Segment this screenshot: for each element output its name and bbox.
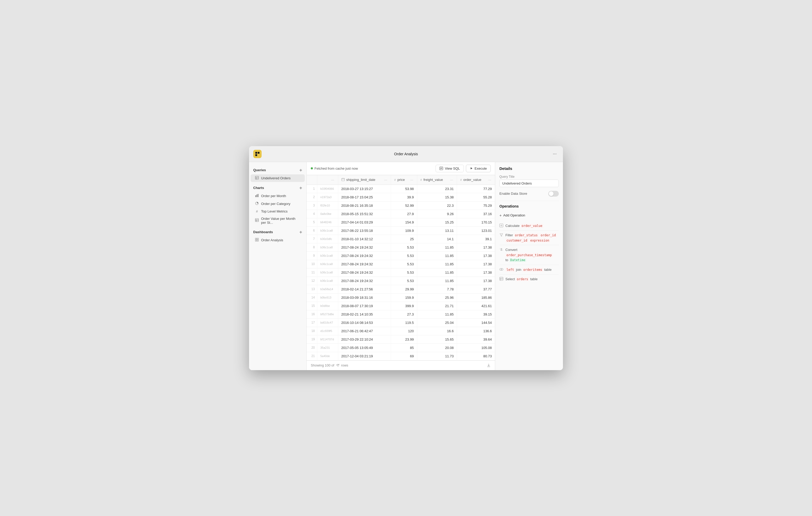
cell-dots: b3a58a14	[317, 285, 338, 293]
dashboards-label: Dashboards	[253, 230, 273, 234]
col-menu-shipping[interactable]: ···	[383, 178, 388, 182]
cell-dots: b36c1ca8	[317, 268, 338, 277]
sidebar-item-order-per-month[interactable]: Order per Month	[251, 192, 305, 200]
cell-price: 154.9	[391, 218, 417, 226]
cell-shipping-date: 2017-12-04 03:21:19	[338, 352, 391, 360]
cell-shipping-date: 2018-01-10 14:32:12	[338, 235, 391, 243]
cell-dots: b30c0dfc	[317, 235, 338, 243]
th-order-label: order_value	[463, 178, 481, 182]
select-icon	[499, 277, 503, 281]
add-dashboard-button[interactable]: +	[299, 230, 302, 235]
sidebar-item-top-level-metrics[interactable]: # Top Level Metrics	[251, 208, 305, 215]
cell-dots: b0bc613	[317, 293, 338, 302]
cell-row-num: 10	[307, 260, 317, 268]
enable-data-store-toggle[interactable]	[548, 191, 559, 196]
view-sql-label: View SQL	[445, 166, 460, 171]
sidebar-item-order-value-per-month[interactable]: Order Value per Month per St...	[251, 215, 305, 226]
svg-rect-18	[255, 240, 257, 241]
table-row: 10 b36c1ca8 2017-08-24 19:24:32 5.53 11.…	[307, 260, 495, 268]
cell-price: 119.5	[391, 318, 417, 327]
svg-rect-17	[257, 238, 258, 239]
col-menu-order[interactable]: ···	[488, 178, 492, 182]
th-dots[interactable]: ···	[317, 175, 338, 185]
cell-row-num: 1	[307, 185, 317, 193]
th-price[interactable]: # price ···	[391, 175, 417, 185]
cell-order-value: 144.54	[457, 318, 495, 327]
join-icon	[499, 267, 503, 272]
th-shipping-limit-date[interactable]: shipping_limit_date ···	[338, 175, 391, 185]
download-icon[interactable]	[487, 363, 491, 367]
cell-shipping-date: 2017-08-24 19:24:32	[338, 251, 391, 260]
col-menu-dots[interactable]: ···	[331, 178, 335, 182]
cell-dots: b0d8be	[317, 302, 338, 310]
queries-label: Queries	[253, 168, 266, 172]
cell-price: 29.99	[391, 285, 417, 293]
cell-order-value: 37.16	[457, 210, 495, 218]
sidebar-item-label: Undelivered Orders	[261, 176, 291, 180]
cell-price: 159.9	[391, 293, 417, 302]
data-table-container[interactable]: ··· shipping_limit_date ···	[307, 175, 495, 361]
select-code: orders	[516, 277, 529, 281]
th-freight-value[interactable]: # freight_value ···	[417, 175, 457, 185]
operation-convert: Convert order_purchase_timestamp to Date…	[499, 245, 559, 265]
cell-order-value: 17.38	[457, 251, 495, 260]
cell-price: 23.99	[391, 335, 417, 343]
cell-freight: 13.11	[417, 226, 457, 235]
col-menu-price[interactable]: ···	[410, 178, 414, 182]
cell-row-num: 14	[307, 293, 317, 302]
cell-row-num: 19	[307, 335, 317, 343]
calendar-icon	[341, 178, 345, 182]
table-row: 4 0a8c0be 2018-05-15 15:51:32 27.9 9.26 …	[307, 210, 495, 218]
operation-filter: Filter order_status order_id customer_id…	[499, 231, 559, 245]
cell-freight: 16.6	[417, 327, 457, 335]
cell-dots: b33f04066	[317, 185, 338, 193]
sidebar-item-label: Order per Month	[261, 194, 286, 198]
cell-row-num: 4	[307, 210, 317, 218]
th-shipping-label: shipping_limit_date	[346, 178, 375, 182]
add-query-button[interactable]: +	[299, 168, 302, 173]
th-freight-label: freight_value	[424, 178, 443, 182]
cell-row-num: 5	[307, 218, 317, 226]
sidebar-item-undelivered-orders[interactable]: Undelivered Orders	[251, 174, 305, 182]
svg-rect-9	[257, 194, 257, 197]
th-order-value[interactable]: # order_value ···	[457, 175, 495, 185]
cell-order-value: 170.15	[457, 218, 495, 226]
cell-shipping-date: 2018-05-15 15:51:32	[338, 210, 391, 218]
operation-select: Select orders table	[499, 274, 559, 284]
col-menu-freight[interactable]: ···	[450, 178, 454, 182]
add-operation-button[interactable]: + Add Operation	[499, 211, 559, 219]
sidebar: Queries + Undelivered Orders	[249, 162, 307, 370]
cell-shipping-date: 2018-03-27 13:15:27	[338, 185, 391, 193]
query-title-input[interactable]	[499, 180, 559, 187]
sidebar-item-order-analysis[interactable]: Order Analysis	[251, 236, 305, 244]
execute-button[interactable]: Execute	[466, 165, 491, 172]
cell-order-value: 39.1	[457, 235, 495, 243]
hash-freight-icon: #	[420, 178, 422, 181]
table-row: 12 b36c1ca8 2017-08-24 19:24:32 5.53 11.…	[307, 277, 495, 285]
cell-shipping-date: 2017-06-21 06:42:47	[338, 327, 391, 335]
cell-freight: 15.65	[417, 335, 457, 343]
filter-code1: order_status	[514, 233, 539, 237]
sidebar-item-label: Top Level Metrics	[261, 209, 288, 213]
cell-freight: 15.25	[417, 218, 457, 226]
svg-rect-10	[258, 194, 258, 197]
refresh-icon	[336, 364, 340, 367]
operation-calculate: Calculate order_value	[499, 221, 559, 231]
cell-freight: 11.85	[417, 260, 457, 268]
cell-order-value: 123.01	[457, 226, 495, 235]
cell-price: 109.9	[391, 226, 417, 235]
cell-order-value: 136.6	[457, 327, 495, 335]
convert-op-text: Convert order_purchase_timestamp to Date…	[505, 247, 559, 263]
cell-dots: d1c939f5	[317, 327, 338, 335]
table-row: 21 5a40de 2017-12-04 03:21:19 69 11.73 8…	[307, 352, 495, 360]
cell-freight: 14.1	[417, 235, 457, 243]
svg-rect-1	[258, 152, 260, 154]
cell-freight: 25.96	[417, 293, 457, 302]
data-table: ··· shipping_limit_date ···	[307, 175, 495, 361]
titlebar-menu-button[interactable]: ···	[551, 150, 559, 158]
hash-price-icon: #	[394, 178, 396, 181]
cell-order-value: 17.38	[457, 243, 495, 251]
sidebar-item-order-per-category[interactable]: Order per Category	[251, 200, 305, 208]
view-sql-button[interactable]: View SQL	[436, 165, 464, 172]
add-chart-button[interactable]: +	[299, 186, 302, 190]
